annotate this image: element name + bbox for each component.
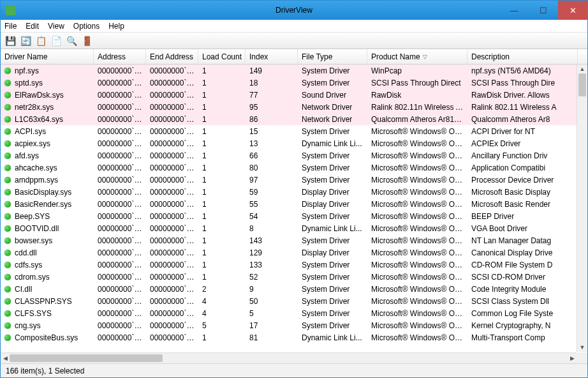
cell-name: ElRawDsk.sys (1, 91, 94, 100)
horizontal-scrollbar[interactable]: ◀ ▶ (1, 352, 577, 363)
cell-name: bowser.sys (1, 236, 94, 245)
copy-icon[interactable]: 📋 (35, 35, 47, 47)
cell-load: 1 (198, 66, 246, 75)
find-icon[interactable]: 🔍 (66, 35, 77, 47)
table-row[interactable]: ahcache.sys00000000`0...00000000`0...180… (1, 162, 587, 174)
scroll-up-icon[interactable]: ▲ (577, 64, 587, 73)
scroll-down-icon[interactable]: ▼ (577, 343, 587, 352)
cell-eaddr: 00000000`0... (146, 333, 198, 342)
cell-name: CI.dll (1, 285, 94, 294)
table-row[interactable]: bowser.sys00000000`0...00000000`0...1143… (1, 234, 587, 246)
cell-eaddr: 00000000`0... (146, 139, 198, 148)
table-row[interactable]: netr28x.sys00000000`0...00000000`0...195… (1, 101, 587, 113)
close-button[interactable]: ✕ (558, 1, 587, 20)
cell-eaddr: 00000000`0... (146, 176, 198, 185)
cell-desc: Multi-Transport Comp (467, 333, 578, 342)
cell-load: 1 (198, 79, 246, 87)
cell-load: 1 (198, 212, 246, 221)
vertical-scrollbar[interactable]: ▲ ▼ (577, 64, 587, 352)
cell-prod: Microsoft® Windows® Oper... (367, 188, 467, 197)
table-row[interactable]: ElRawDsk.sys00000000`0...00000000`0...17… (1, 89, 587, 101)
sort-indicator-icon: ▽ (423, 54, 427, 60)
table-row[interactable]: BasicRender.sys00000000`0...00000000`0..… (1, 198, 587, 210)
cell-ftype: System Driver (298, 127, 367, 136)
table-row[interactable]: BasicDisplay.sys00000000`0...00000000`0.… (1, 186, 587, 198)
cell-eaddr: 00000000`0... (146, 127, 198, 136)
cell-name: cdfs.sys (1, 261, 94, 269)
cell-idx: 9 (246, 285, 298, 294)
column-header-index[interactable]: Index (246, 49, 298, 64)
cell-ftype: Dynamic Link Li... (298, 139, 367, 148)
cell-desc: SCSI Pass Through Dire (467, 79, 578, 87)
table-row[interactable]: cdd.dll00000000`0...00000000`0...1129Dis… (1, 246, 587, 259)
column-header-description[interactable]: Description (467, 49, 578, 64)
cell-load: 2 (198, 285, 246, 294)
column-header-product-name[interactable]: Product Name▽ (367, 49, 467, 64)
cell-load: 1 (198, 273, 246, 282)
cell-addr: 00000000`0... (94, 188, 146, 197)
cell-ftype: System Driver (298, 297, 367, 306)
cell-addr: 00000000`0... (94, 91, 146, 100)
menu-edit[interactable]: Edit (26, 22, 39, 31)
column-header-file-type[interactable]: File Type (298, 49, 367, 64)
driver-status-icon (4, 128, 11, 135)
scrollbar-thumb-h[interactable] (10, 354, 163, 362)
driver-status-icon (4, 262, 11, 268)
menu-view[interactable]: View (48, 22, 64, 31)
table-row[interactable]: BOOTVID.dll00000000`0...00000000`0...18D… (1, 222, 587, 234)
table-row[interactable]: cdfs.sys00000000`0...00000000`0...1133Sy… (1, 259, 587, 271)
column-header-load-count[interactable]: Load Count (198, 49, 246, 64)
table-row[interactable]: Beep.SYS00000000`0...00000000`0...154Sys… (1, 210, 587, 222)
cell-idx: 52 (246, 273, 298, 282)
cell-prod: Microsoft® Windows® Oper... (367, 309, 467, 318)
exit-icon[interactable]: 🚪 (81, 35, 92, 47)
cell-idx: 66 (246, 151, 298, 160)
status-text: 166 item(s), 1 Selected (6, 367, 84, 375)
titlebar[interactable]: DriverView — ☐ ✕ (1, 1, 587, 20)
table-row[interactable]: afd.sys00000000`0...00000000`0...166Syst… (1, 149, 587, 162)
cell-prod: RawDisk (367, 91, 467, 100)
table-row[interactable]: npf.sys00000000`0...00000000`0...1149Sys… (1, 64, 587, 77)
column-header-driver-name[interactable]: Driver Name (1, 49, 94, 64)
table-row[interactable]: cng.sys00000000`0...00000000`0...517Syst… (1, 319, 587, 331)
cell-desc: Microsoft Basic Display (467, 188, 578, 197)
properties-icon[interactable]: 📄 (50, 35, 62, 47)
driver-status-icon (4, 310, 11, 317)
cell-prod: Microsoft® Windows® Oper... (367, 212, 467, 221)
table-row[interactable]: cdrom.sys00000000`0...00000000`0...152Sy… (1, 271, 587, 283)
scroll-left-icon[interactable]: ◀ (1, 353, 10, 363)
menubar: FileEditViewOptionsHelp (1, 20, 587, 33)
cell-load: 4 (198, 309, 246, 318)
menu-options[interactable]: Options (73, 22, 99, 31)
scroll-right-icon[interactable]: ▶ (568, 353, 577, 363)
menu-file[interactable]: File (4, 22, 17, 31)
table-row[interactable]: sptd.sys00000000`0...00000000`0...118Sys… (1, 77, 587, 89)
column-header-end-address[interactable]: End Address (146, 49, 198, 64)
cell-prod: WinPcap (367, 66, 467, 75)
cell-addr: 00000000`0... (94, 224, 146, 233)
table-row[interactable]: L1C63x64.sys00000000`0...00000000`0...18… (1, 113, 587, 125)
minimize-button[interactable]: — (499, 1, 529, 20)
cell-idx: 81 (246, 333, 298, 342)
refresh-icon[interactable]: 🔄 (20, 35, 31, 47)
column-header-address[interactable]: Address (94, 49, 146, 64)
save-icon[interactable]: 💾 (4, 35, 16, 47)
maximize-button[interactable]: ☐ (529, 1, 558, 20)
table-row[interactable]: ACPI.sys00000000`0...00000000`0...115Sys… (1, 125, 587, 137)
table-row[interactable]: CI.dll00000000`0...00000000`0...29System… (1, 283, 587, 295)
table-row[interactable]: CompositeBus.sys00000000`0...00000000`0.… (1, 331, 587, 344)
cell-ftype: System Driver (298, 285, 367, 294)
cell-load: 1 (198, 139, 246, 148)
cell-addr: 00000000`0... (94, 248, 146, 257)
cell-eaddr: 00000000`0... (146, 66, 198, 75)
table-row[interactable]: CLASSPNP.SYS00000000`0...00000000`0...45… (1, 295, 587, 307)
cell-name: BasicDisplay.sys (1, 188, 94, 197)
scrollbar-thumb-v[interactable] (578, 73, 586, 96)
table-row[interactable]: CLFS.SYS00000000`0...00000000`0...45Syst… (1, 307, 587, 319)
table-row[interactable]: amdppm.sys00000000`0...00000000`0...197S… (1, 174, 587, 186)
table-rows: npf.sys00000000`0...00000000`0...1149Sys… (1, 64, 587, 344)
table-row[interactable]: acpiex.sys00000000`0...00000000`0...113D… (1, 137, 587, 149)
cell-name: cdrom.sys (1, 273, 94, 282)
cell-desc: BEEP Driver (467, 212, 578, 221)
menu-help[interactable]: Help (108, 22, 124, 31)
